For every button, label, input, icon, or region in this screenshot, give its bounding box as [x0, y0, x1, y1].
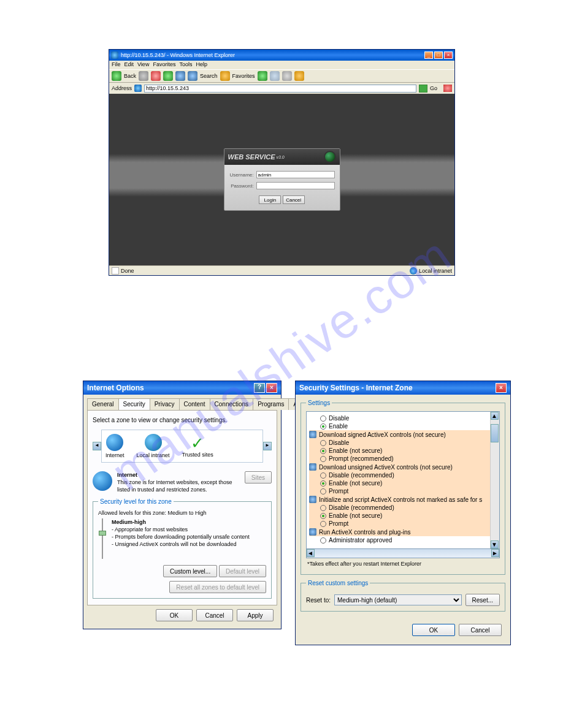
ss-titlebar[interactable]: Security Settings - Internet Zone ×: [296, 381, 510, 395]
radio-button[interactable]: [320, 456, 326, 462]
horizontal-scrollbar[interactable]: ◄ ►: [306, 549, 500, 558]
ok-button[interactable]: OK: [156, 609, 193, 621]
scroll-up-button[interactable]: ▲: [491, 412, 499, 420]
apply-button[interactable]: Apply: [237, 609, 274, 621]
tab-connections[interactable]: Connections: [210, 398, 254, 410]
reset-button[interactable]: Reset...: [465, 594, 500, 606]
setting-option[interactable]: Enable (not secure): [309, 512, 497, 520]
setting-option[interactable]: Disable: [309, 439, 497, 447]
refresh-icon[interactable]: [163, 71, 173, 81]
sites-button[interactable]: Sites: [245, 471, 272, 483]
reset-all-button[interactable]: Reset all zones to default level: [169, 581, 266, 593]
menu-file[interactable]: File: [112, 61, 121, 69]
edit-icon[interactable]: [294, 71, 304, 81]
zone-list[interactable]: Internet Local intranet ✓ Trusted sites: [101, 430, 263, 463]
activex-icon: [309, 496, 316, 503]
level-slider[interactable]: [98, 518, 107, 559]
slider-thumb[interactable]: [99, 531, 106, 536]
zone-scroll-right[interactable]: ►: [263, 442, 272, 450]
setting-option[interactable]: Prompt: [309, 487, 497, 495]
mail-icon[interactable]: [270, 71, 280, 81]
close-button[interactable]: ×: [496, 383, 507, 393]
option-label: Prompt: [329, 488, 348, 495]
go-button[interactable]: [419, 85, 427, 93]
forward-button[interactable]: [139, 71, 148, 81]
username-label: Username:: [229, 172, 254, 178]
scroll-thumb[interactable]: [491, 424, 499, 442]
tab-content[interactable]: Content: [179, 398, 210, 410]
menu-favorites[interactable]: Favorites: [153, 61, 175, 69]
address-input[interactable]: [144, 85, 416, 93]
print-icon[interactable]: [282, 71, 292, 81]
hscroll-track[interactable]: [315, 549, 491, 558]
zone-scroll-left[interactable]: ◄: [93, 442, 101, 450]
tab-privacy[interactable]: Privacy: [150, 398, 180, 410]
setting-option[interactable]: Prompt: [309, 520, 497, 528]
tab-general[interactable]: General: [87, 398, 119, 410]
window-titlebar[interactable]: http://10.15.5.243/ - Windows Internet E…: [109, 50, 454, 61]
cancel-button[interactable]: Cancel: [283, 195, 305, 204]
setting-option[interactable]: Administrator approved: [309, 536, 497, 544]
radio-button[interactable]: [320, 448, 326, 454]
setting-option[interactable]: Enable: [309, 422, 497, 430]
favorites-label: Favorites: [232, 73, 255, 79]
go-label: Go: [430, 85, 437, 91]
history-icon[interactable]: [258, 71, 267, 81]
cancel-button[interactable]: Cancel: [459, 624, 502, 636]
favorites-icon[interactable]: [220, 71, 230, 81]
zone-internet[interactable]: Internet: [105, 434, 124, 458]
radio-button[interactable]: [320, 415, 326, 422]
stop-icon[interactable]: [151, 71, 161, 81]
radio-button[interactable]: [320, 488, 326, 495]
setting-option[interactable]: Enable (not secure): [309, 447, 497, 455]
login-version: v3.0: [277, 155, 285, 159]
activex-icon: [309, 463, 316, 471]
io-titlebar[interactable]: Internet Options ? ×: [83, 381, 281, 395]
menu-tools[interactable]: Tools: [179, 61, 192, 69]
custom-level-button[interactable]: Custom level...: [163, 565, 217, 577]
security-settings-dialog: Security Settings - Internet Zone × Sett…: [295, 381, 511, 645]
radio-button[interactable]: [320, 505, 326, 511]
help-button[interactable]: ?: [254, 383, 265, 393]
search-icon[interactable]: [188, 71, 197, 81]
cancel-button[interactable]: Cancel: [196, 609, 233, 621]
scroll-down-button[interactable]: ▼: [491, 540, 499, 548]
reset-to-select[interactable]: Medium-high (default): [334, 594, 462, 605]
maximize-button[interactable]: □: [434, 51, 443, 59]
setting-option[interactable]: Enable (not secure): [309, 479, 497, 487]
close-button[interactable]: ×: [266, 383, 277, 393]
setting-option[interactable]: Prompt (recommended): [309, 455, 497, 463]
menu-edit[interactable]: Edit: [124, 61, 134, 69]
radio-button[interactable]: [320, 537, 326, 544]
ok-button[interactable]: OK: [412, 624, 455, 636]
radio-button[interactable]: [320, 440, 326, 446]
menu-view[interactable]: View: [137, 61, 149, 69]
login-button[interactable]: Login: [259, 195, 281, 204]
setting-option[interactable]: Disable (recommended): [309, 471, 497, 479]
home-icon[interactable]: [175, 71, 185, 81]
default-level-button[interactable]: Default level: [219, 565, 266, 577]
menu-help[interactable]: Help: [196, 61, 207, 69]
radio-button[interactable]: [320, 513, 326, 519]
setting-option[interactable]: Disable: [309, 414, 497, 422]
radio-button[interactable]: [320, 480, 326, 487]
vertical-scrollbar[interactable]: ▲ ▼: [490, 412, 499, 548]
links-icon[interactable]: [443, 85, 452, 92]
level-slider-row: Medium-high - Appropriate for most websi…: [98, 518, 266, 559]
radio-button[interactable]: [320, 521, 326, 527]
back-button[interactable]: [112, 71, 121, 81]
scroll-right-button[interactable]: ►: [491, 549, 499, 557]
setting-option[interactable]: Disable (recommended): [309, 504, 497, 512]
option-label: Enable (not secure): [329, 512, 382, 519]
radio-button[interactable]: [320, 423, 326, 430]
close-button[interactable]: ×: [444, 51, 453, 59]
radio-button[interactable]: [320, 472, 326, 479]
tab-security[interactable]: Security: [118, 398, 150, 410]
password-input[interactable]: [256, 182, 335, 189]
zone-trusted-sites[interactable]: ✓ Trusted sites: [182, 434, 213, 458]
minimize-button[interactable]: _: [424, 51, 433, 59]
username-input[interactable]: [256, 171, 335, 178]
tab-programs[interactable]: Programs: [253, 398, 289, 410]
scroll-left-button[interactable]: ◄: [307, 549, 315, 557]
zone-local-intranet[interactable]: Local intranet: [137, 434, 170, 458]
